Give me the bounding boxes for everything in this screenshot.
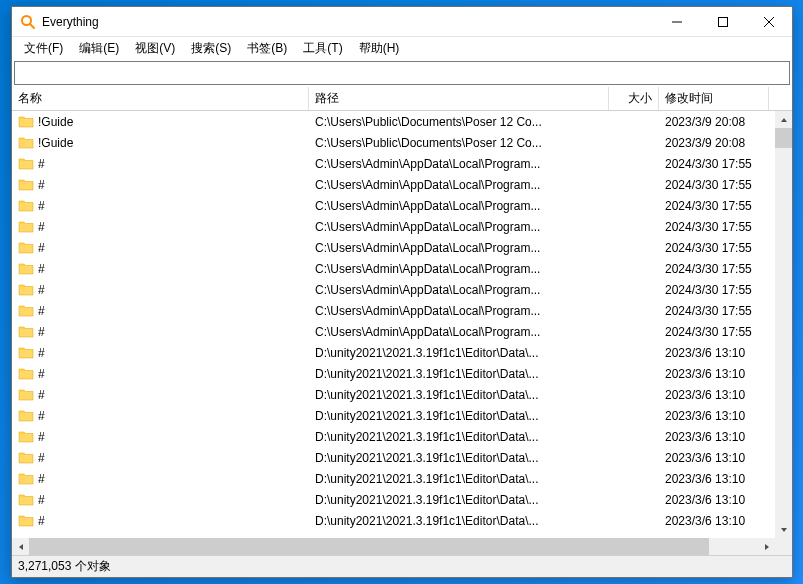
file-name: # — [38, 178, 45, 192]
cell-path: D:\unity2021\2021.3.19f1c1\Editor\Data\.… — [309, 489, 609, 510]
table-row[interactable]: #C:\Users\Admin\AppData\Local\Program...… — [12, 153, 775, 174]
menu-help[interactable]: 帮助(H) — [351, 38, 408, 59]
table-row[interactable]: #D:\unity2021\2021.3.19f1c1\Editor\Data\… — [12, 510, 775, 531]
file-name: # — [38, 325, 45, 339]
cell-path: C:\Users\Admin\AppData\Local\Program... — [309, 216, 609, 237]
table-row[interactable]: #C:\Users\Admin\AppData\Local\Program...… — [12, 258, 775, 279]
table-row[interactable]: #D:\unity2021\2021.3.19f1c1\Editor\Data\… — [12, 447, 775, 468]
cell-path: C:\Users\Admin\AppData\Local\Program... — [309, 279, 609, 300]
window-controls — [654, 7, 792, 37]
cell-size — [609, 384, 659, 405]
cell-size — [609, 153, 659, 174]
cell-date: 2023/3/6 13:10 — [659, 426, 769, 447]
scroll-down-button[interactable] — [775, 521, 792, 538]
scroll-left-button[interactable] — [12, 538, 29, 555]
table-row[interactable]: #C:\Users\Admin\AppData\Local\Program...… — [12, 216, 775, 237]
table-row[interactable]: !GuideC:\Users\Public\Documents\Poser 12… — [12, 132, 775, 153]
app-window: Everything 文件(F) 编辑(E) 视图(V) 搜索(S) 书签(B)… — [11, 6, 793, 578]
folder-icon — [18, 114, 34, 130]
cell-name: !Guide — [12, 132, 309, 153]
menubar: 文件(F) 编辑(E) 视图(V) 搜索(S) 书签(B) 工具(T) 帮助(H… — [12, 37, 792, 59]
cell-name: # — [12, 174, 309, 195]
table-row[interactable]: #D:\unity2021\2021.3.19f1c1\Editor\Data\… — [12, 405, 775, 426]
folder-icon — [18, 450, 34, 466]
column-header-path[interactable]: 路径 — [309, 87, 609, 110]
table-row[interactable]: #C:\Users\Admin\AppData\Local\Program...… — [12, 321, 775, 342]
table-row[interactable]: #D:\unity2021\2021.3.19f1c1\Editor\Data\… — [12, 363, 775, 384]
cell-size — [609, 447, 659, 468]
maximize-button[interactable] — [700, 7, 746, 37]
cell-date: 2023/3/6 13:10 — [659, 489, 769, 510]
column-header-name[interactable]: 名称 — [12, 87, 309, 110]
table-row[interactable]: #C:\Users\Admin\AppData\Local\Program...… — [12, 279, 775, 300]
cell-date: 2023/3/6 13:10 — [659, 405, 769, 426]
cell-name: # — [12, 300, 309, 321]
search-input[interactable] — [14, 61, 790, 85]
cell-date: 2023/3/6 13:10 — [659, 447, 769, 468]
cell-path: C:\Users\Admin\AppData\Local\Program... — [309, 321, 609, 342]
table-row[interactable]: #D:\unity2021\2021.3.19f1c1\Editor\Data\… — [12, 489, 775, 510]
column-header-size[interactable]: 大小 — [609, 87, 659, 110]
cell-date: 2024/3/30 17:55 — [659, 321, 769, 342]
cell-path: D:\unity2021\2021.3.19f1c1\Editor\Data\.… — [309, 342, 609, 363]
file-name: # — [38, 283, 45, 297]
cell-path: D:\unity2021\2021.3.19f1c1\Editor\Data\.… — [309, 405, 609, 426]
cell-name: # — [12, 153, 309, 174]
horizontal-scroll-thumb[interactable] — [29, 538, 709, 555]
cell-date: 2023/3/9 20:08 — [659, 111, 769, 132]
table-row[interactable]: #C:\Users\Admin\AppData\Local\Program...… — [12, 195, 775, 216]
cell-path: C:\Users\Admin\AppData\Local\Program... — [309, 195, 609, 216]
menu-search[interactable]: 搜索(S) — [183, 38, 239, 59]
horizontal-scroll-track[interactable] — [29, 538, 758, 555]
scroll-corner — [775, 538, 792, 555]
cell-size — [609, 510, 659, 531]
table-row[interactable]: #D:\unity2021\2021.3.19f1c1\Editor\Data\… — [12, 342, 775, 363]
column-header-date[interactable]: 修改时间 — [659, 87, 769, 110]
table-row[interactable]: #D:\unity2021\2021.3.19f1c1\Editor\Data\… — [12, 426, 775, 447]
cell-date: 2024/3/30 17:55 — [659, 153, 769, 174]
vertical-scroll-thumb[interactable] — [775, 128, 792, 148]
minimize-button[interactable] — [654, 7, 700, 37]
file-name: # — [38, 304, 45, 318]
file-name: # — [38, 346, 45, 360]
vertical-scroll-track[interactable] — [775, 128, 792, 521]
table-row[interactable]: !GuideC:\Users\Public\Documents\Poser 12… — [12, 111, 775, 132]
window-title: Everything — [42, 15, 654, 29]
file-name: # — [38, 388, 45, 402]
table-row[interactable]: #C:\Users\Admin\AppData\Local\Program...… — [12, 300, 775, 321]
cell-name: # — [12, 195, 309, 216]
folder-icon — [18, 324, 34, 340]
folder-icon — [18, 261, 34, 277]
cell-date: 2024/3/30 17:55 — [659, 174, 769, 195]
close-button[interactable] — [746, 7, 792, 37]
scroll-right-button[interactable] — [758, 538, 775, 555]
cell-name: # — [12, 384, 309, 405]
table-row[interactable]: #C:\Users\Admin\AppData\Local\Program...… — [12, 237, 775, 258]
file-name: # — [38, 262, 45, 276]
cell-name: # — [12, 447, 309, 468]
table-row[interactable]: #D:\unity2021\2021.3.19f1c1\Editor\Data\… — [12, 468, 775, 489]
horizontal-scrollbar[interactable] — [12, 538, 792, 555]
vertical-scrollbar[interactable] — [775, 111, 792, 538]
table-row[interactable]: #D:\unity2021\2021.3.19f1c1\Editor\Data\… — [12, 384, 775, 405]
cell-date: 2023/3/6 13:10 — [659, 510, 769, 531]
folder-icon — [18, 303, 34, 319]
scroll-up-button[interactable] — [775, 111, 792, 128]
file-name: # — [38, 367, 45, 381]
svg-rect-3 — [719, 17, 728, 26]
menu-tools[interactable]: 工具(T) — [295, 38, 350, 59]
menu-file[interactable]: 文件(F) — [16, 38, 71, 59]
cell-path: D:\unity2021\2021.3.19f1c1\Editor\Data\.… — [309, 363, 609, 384]
file-name: # — [38, 157, 45, 171]
titlebar[interactable]: Everything — [12, 7, 792, 37]
table-row[interactable]: #C:\Users\Admin\AppData\Local\Program...… — [12, 174, 775, 195]
menu-bookmark[interactable]: 书签(B) — [239, 38, 295, 59]
cell-date: 2023/3/9 20:08 — [659, 132, 769, 153]
cell-name: # — [12, 426, 309, 447]
menu-view[interactable]: 视图(V) — [127, 38, 183, 59]
folder-icon — [18, 492, 34, 508]
folder-icon — [18, 198, 34, 214]
cell-name: # — [12, 363, 309, 384]
folder-icon — [18, 513, 34, 529]
menu-edit[interactable]: 编辑(E) — [71, 38, 127, 59]
